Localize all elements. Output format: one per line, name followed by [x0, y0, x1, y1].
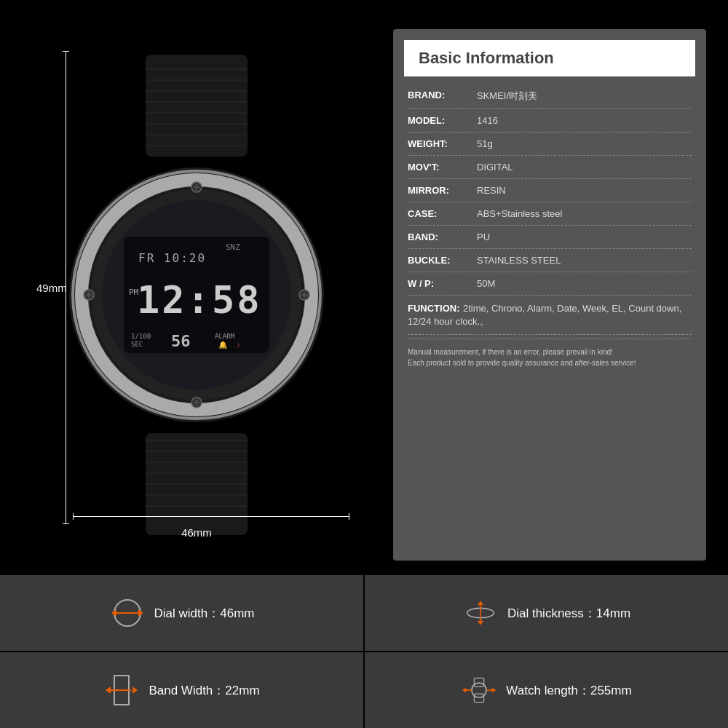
note-line2: Each product sold to provide quality ass… — [408, 357, 692, 368]
band-width-icon — [103, 672, 140, 708]
wp-row: W / P: 50M — [408, 272, 692, 296]
svg-marker-63 — [132, 687, 138, 694]
watch-illustration-container: SNZ FR 10:20 PM 12:58 1/100 SEC 56 ALARM… — [58, 55, 335, 535]
svg-text:56: 56 — [171, 332, 191, 350]
weight-value: 51g — [477, 138, 692, 149]
brand-key: BRAND: — [408, 90, 477, 100]
wp-value: 50M — [477, 278, 692, 289]
svg-text:ALARM: ALARM — [215, 333, 235, 340]
model-key: MODEL: — [408, 115, 477, 126]
width-dimension-line — [73, 516, 349, 517]
band-width-label: Band Width：22mm — [149, 682, 259, 699]
svg-text:🔔: 🔔 — [218, 340, 228, 349]
brand-value: SKMEI/时刻美 — [477, 90, 692, 103]
info-note: Manual measurement, if there is an error… — [408, 339, 692, 372]
buckle-row: BUCKLE: STAINLESS STEEL — [408, 249, 692, 272]
svg-text:1/100: 1/100 — [131, 333, 151, 340]
note-line1: Manual measurement, if there is an error… — [408, 347, 692, 357]
svg-text:SEC: SEC — [131, 341, 143, 348]
wp-key: W / P: — [408, 278, 477, 289]
movement-value: DIGITAL — [477, 162, 692, 173]
movement-row: MOV'T: DIGITAL — [408, 156, 692, 179]
spec-watch-length: Watch length：255mm — [365, 652, 728, 728]
band-value: PU — [477, 232, 692, 242]
watch-length-icon — [461, 672, 497, 708]
mirror-value: RESIN — [477, 185, 692, 196]
weight-row: WEIGHT: 51g — [408, 132, 692, 156]
svg-marker-61 — [106, 687, 111, 694]
function-key: FUNCTION: — [408, 303, 460, 314]
svg-text:SNZ: SNZ — [226, 242, 240, 252]
svg-marker-69 — [492, 688, 496, 693]
buckle-key: BUCKLE: — [408, 255, 477, 266]
svg-text:♪: ♪ — [237, 341, 240, 349]
svg-marker-57 — [478, 601, 483, 605]
watch-svg: SNZ FR 10:20 PM 12:58 1/100 SEC 56 ALARM… — [58, 55, 335, 535]
svg-marker-67 — [462, 688, 467, 693]
mirror-key: MIRROR: — [408, 185, 477, 196]
svg-rect-65 — [475, 678, 484, 687]
svg-text:FR 10:20: FR 10:20 — [138, 251, 206, 265]
spec-dial-width: Dial width：46mm — [0, 575, 363, 651]
watch-area: 49mm — [15, 15, 379, 561]
info-title: Basic Information — [419, 49, 681, 68]
dial-thickness-label: Dial thickness：14mm — [507, 605, 630, 622]
band-row: BAND: PU — [408, 226, 692, 249]
dial-thickness-icon — [462, 595, 499, 631]
case-key: CASE: — [408, 208, 477, 219]
specs-bar: Dial width：46mm Dial thickness：14mm — [0, 575, 728, 728]
function-row: FUNCTION: 2time, Chrono, Alarm, Date, We… — [408, 296, 692, 335]
info-rows: BRAND: SKMEI/时刻美 MODEL: 1416 WEIGHT: 51g… — [393, 76, 706, 379]
spec-dial-thickness: Dial thickness：14mm — [365, 575, 728, 651]
brand-row: BRAND: SKMEI/时刻美 — [408, 84, 692, 109]
info-panel: Basic Information BRAND: SKMEI/时刻美 MODEL… — [393, 29, 706, 561]
svg-marker-59 — [478, 621, 483, 625]
band-key: BAND: — [408, 232, 477, 242]
svg-rect-66 — [475, 694, 484, 703]
info-title-bar: Basic Information — [404, 40, 695, 76]
case-row: CASE: ABS+Stainless steel — [408, 202, 692, 226]
watch-length-label: Watch length：255mm — [506, 682, 631, 699]
main-area: 49mm — [0, 0, 728, 575]
dial-width-icon — [109, 595, 146, 631]
movement-key: MOV'T: — [408, 162, 477, 173]
spec-band-width: Band Width：22mm — [0, 652, 363, 728]
model-row: MODEL: 1416 — [408, 109, 692, 132]
mirror-row: MIRROR: RESIN — [408, 179, 692, 202]
svg-text:12:58: 12:58 — [137, 278, 262, 322]
weight-key: WEIGHT: — [408, 138, 477, 149]
dial-width-label: Dial width：46mm — [154, 605, 255, 622]
case-value: ABS+Stainless steel — [477, 208, 692, 219]
width-dimension-label: 46mm — [181, 526, 212, 539]
model-value: 1416 — [477, 115, 692, 126]
buckle-value: STAINLESS STEEL — [477, 255, 692, 266]
